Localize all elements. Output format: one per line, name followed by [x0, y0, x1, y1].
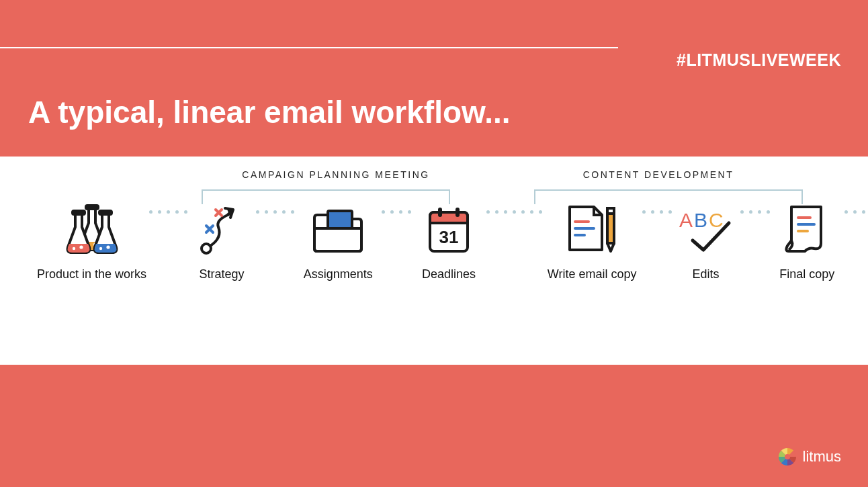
folder-icon	[310, 181, 365, 255]
brand-logo: litmus	[777, 447, 841, 467]
svg-point-4	[72, 247, 75, 250]
step-deadlines: 31 Deadlines	[414, 181, 483, 281]
step-assignments: Assignments	[297, 181, 379, 281]
svg-text:B: B	[694, 209, 707, 231]
svg-rect-22	[607, 214, 614, 243]
flasks-icon	[63, 181, 121, 255]
section-label-planning: CAMPAIGN PLANNING MEETING	[225, 169, 447, 180]
hashtag: #LITMUSLIVEWEEK	[677, 50, 841, 70]
litmus-wheel-icon	[777, 447, 797, 467]
dots-connector	[842, 181, 868, 255]
svg-point-30	[785, 454, 790, 459]
svg-rect-23	[607, 208, 614, 214]
step-final-copy: Final copy	[773, 181, 842, 281]
svg-rect-15	[328, 211, 352, 228]
edits-icon: A B C	[677, 181, 736, 255]
svg-point-5	[79, 245, 83, 249]
step-write-copy: Write email copy	[545, 181, 640, 281]
step-label: Write email copy	[548, 267, 637, 281]
svg-point-8	[106, 245, 110, 249]
calendar-icon: 31	[426, 181, 472, 255]
dots-connector	[640, 181, 675, 255]
write-copy-icon	[564, 181, 619, 255]
step-edits: A B C Edits	[675, 181, 738, 281]
dots-connector	[484, 181, 545, 255]
step-label: Assignments	[304, 267, 373, 281]
step-product: Product in the works	[37, 181, 146, 281]
svg-rect-18	[455, 208, 460, 217]
final-copy-icon	[782, 181, 832, 255]
step-strategy: Strategy	[190, 181, 253, 281]
step-label: Edits	[693, 267, 720, 281]
strategy-icon	[200, 181, 244, 255]
svg-rect-17	[438, 208, 442, 217]
slide-title: A typical, linear email workflow...	[28, 94, 510, 130]
svg-text:C: C	[709, 209, 724, 231]
dots-connector	[738, 181, 773, 255]
brand-name: litmus	[803, 448, 841, 466]
step-label: Final copy	[779, 267, 834, 281]
section-label-content: CONTENT DEVELOPMENT	[564, 169, 752, 180]
dots-connector	[379, 181, 414, 255]
calendar-day-text: 31	[439, 227, 458, 247]
dots-connector	[253, 181, 297, 255]
step-label: Product in the works	[37, 267, 146, 281]
step-label: Deadlines	[422, 267, 476, 281]
step-label: Strategy	[200, 267, 245, 281]
dots-connector	[146, 181, 190, 255]
workflow-row: Product in the works	[0, 181, 868, 281]
svg-point-7	[99, 247, 101, 250]
svg-text:A: A	[679, 209, 693, 231]
divider-line	[0, 47, 618, 48]
